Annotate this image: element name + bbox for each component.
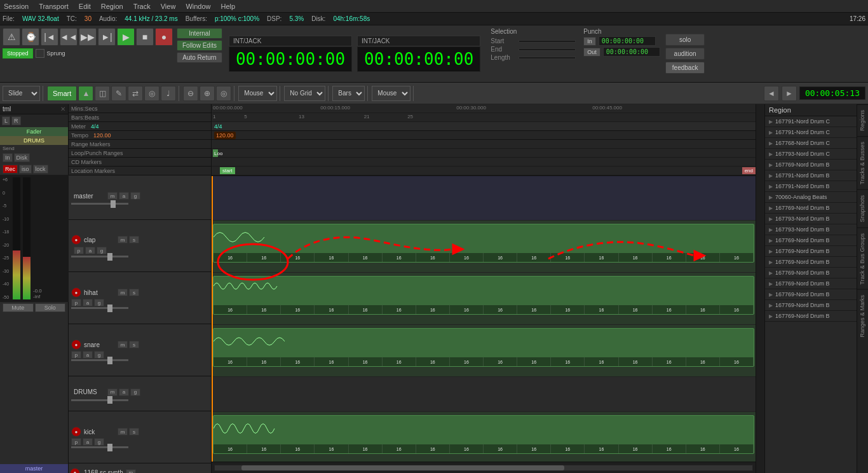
- region-item-0[interactable]: ▶167791-Nord Drum C: [765, 116, 857, 127]
- punch-out-value[interactable]: 00:00:00:00: [603, 47, 660, 57]
- sync-follow-edits[interactable]: Follow Edits: [177, 40, 222, 51]
- sync-internal[interactable]: Internal: [177, 28, 222, 39]
- region-item-14[interactable]: ▶167769-Nord Drum B: [765, 268, 857, 278]
- range-tool[interactable]: ◫: [95, 86, 110, 101]
- solo-btn[interactable]: solo: [665, 34, 705, 46]
- drums-g-btn[interactable]: g: [130, 388, 140, 396]
- kick-rec-btn[interactable]: ●: [71, 427, 81, 437]
- iso-btn[interactable]: iso: [19, 165, 32, 174]
- snare-clip[interactable]: 16 16 16 16 16 16 16 16 16 16 16 16: [213, 328, 754, 367]
- h-scrollbar[interactable]: [214, 465, 753, 471]
- master-label[interactable]: master: [0, 464, 68, 473]
- feedback-btn[interactable]: feedback: [665, 62, 705, 74]
- left-btn[interactable]: L: [2, 116, 10, 125]
- loop-indicator[interactable]: [36, 49, 44, 58]
- grid-select[interactable]: No Grid: [284, 86, 325, 101]
- right-tab-1[interactable]: Tracks & Busses: [857, 136, 868, 189]
- snare-s-btn[interactable]: s: [129, 341, 139, 348]
- clap-fader[interactable]: [71, 256, 128, 257]
- clap-clip-row[interactable]: 16 16 16 16 16 16 16 16 16 16 16 16: [212, 221, 756, 273]
- kick-clip[interactable]: 16 16 16 16 16 16 16 16 16 16 16 16: [213, 415, 754, 454]
- punch-in-value[interactable]: 00:00:00:00: [599, 36, 656, 46]
- drums-a-btn[interactable]: a: [119, 388, 129, 396]
- menu-session[interactable]: Session: [4, 3, 29, 10]
- pointer-tool[interactable]: ▲: [78, 86, 93, 101]
- master-clip-row[interactable]: [212, 176, 756, 221]
- right-tab-4[interactable]: Ranges & Marks: [857, 289, 868, 343]
- in-btn[interactable]: In: [3, 153, 13, 162]
- sel-start-value[interactable]: [519, 40, 576, 43]
- region-item-13[interactable]: ▶167769-Nord Drum B: [765, 257, 857, 268]
- region-item-12[interactable]: ▶167769-Nord Drum B: [765, 246, 857, 257]
- mixer-close-btn[interactable]: ✕: [60, 106, 65, 113]
- snare-m-btn[interactable]: m: [118, 341, 128, 348]
- kick-clip-row[interactable]: 16 16 16 16 16 16 16 16 16 16 16 16: [212, 412, 756, 462]
- region-item-2[interactable]: ▶167768-Nord Drum C: [765, 138, 857, 149]
- kick-s-btn[interactable]: s: [129, 428, 139, 435]
- right-tab-0[interactable]: Regions: [857, 104, 868, 136]
- right-btn[interactable]: R: [11, 116, 21, 125]
- drums-bus-clip-row[interactable]: [212, 377, 756, 412]
- sel-length-value[interactable]: [519, 57, 576, 59]
- next-btn[interactable]: ►: [782, 86, 797, 101]
- region-item-1[interactable]: ▶167791-Nord Drum C: [765, 127, 857, 138]
- hihat-clip-row[interactable]: 16 16 16 16 16 16 16 16 16 16 16 16: [212, 273, 756, 325]
- edit-mode-select[interactable]: Slide Ripple Lock: [3, 86, 40, 101]
- mouse-mode2-select[interactable]: Mouse: [372, 86, 410, 101]
- lock-btn[interactable]: lock: [33, 165, 48, 174]
- stretch-tool[interactable]: ⇄: [128, 86, 143, 101]
- disk-btn[interactable]: Disk: [14, 153, 31, 162]
- snare-fader[interactable]: [71, 359, 128, 361]
- menu-view[interactable]: View: [161, 3, 176, 10]
- hihat-m-btn[interactable]: m: [118, 289, 128, 296]
- rec-btn[interactable]: Rec: [3, 165, 18, 174]
- region-item-8[interactable]: ▶167769-Nord Drum B: [765, 203, 857, 214]
- region-item-11[interactable]: ▶167769-Nord Drum B: [765, 235, 857, 246]
- hihat-s-btn[interactable]: s: [129, 289, 139, 296]
- menu-edit[interactable]: Edit: [79, 3, 91, 10]
- region-item-3[interactable]: ▶167793-Nord Drum C: [765, 149, 857, 160]
- region-item-7[interactable]: ▶70060-Analog Beats: [765, 192, 857, 203]
- v-scrollbar[interactable]: [756, 104, 764, 473]
- master-g-btn[interactable]: g: [130, 192, 140, 200]
- secondary-clock[interactable]: 00:00:00:00: [357, 46, 480, 72]
- synth-m-btn[interactable]: m: [126, 469, 136, 474]
- master-a-btn[interactable]: a: [119, 192, 129, 200]
- menu-track[interactable]: Track: [133, 3, 151, 10]
- timecode-btn[interactable]: ⌚: [22, 28, 39, 46]
- smart-btn[interactable]: Smart: [47, 86, 77, 101]
- primary-clock[interactable]: 00:00:00:00: [229, 46, 352, 72]
- prev-btn[interactable]: ◄: [764, 86, 779, 101]
- record-btn[interactable]: ●: [155, 28, 173, 46]
- menu-region[interactable]: Region: [101, 3, 123, 10]
- drums-fader[interactable]: [71, 399, 128, 401]
- punch-out-btn[interactable]: Out: [583, 48, 600, 57]
- forward-to-end[interactable]: ►|: [98, 28, 116, 46]
- fader-label[interactable]: Fader: [0, 127, 68, 136]
- start-marker[interactable]: start: [220, 167, 235, 174]
- snare-rec-btn[interactable]: ●: [71, 339, 81, 350]
- listen-tool[interactable]: ◎: [144, 86, 159, 101]
- region-item-9[interactable]: ▶167793-Nord Drum B: [765, 214, 857, 224]
- hihat-fader[interactable]: [71, 307, 128, 309]
- region-item-18[interactable]: ▶167769-Nord Drum B: [765, 311, 857, 322]
- mouse-mode-select[interactable]: Mouse: [238, 86, 277, 101]
- region-item-15[interactable]: ▶167769-Nord Drum B: [765, 278, 857, 289]
- region-item-5[interactable]: ▶167791-Nord Drum B: [765, 170, 857, 181]
- clap-m-btn[interactable]: m: [118, 236, 128, 243]
- right-tab-2[interactable]: Snapshots: [857, 189, 868, 228]
- kick-m-btn[interactable]: m: [118, 428, 128, 435]
- mute-btn[interactable]: Mute: [3, 303, 34, 312]
- forward[interactable]: ▶▶: [79, 28, 97, 46]
- punch-in-btn[interactable]: In: [583, 37, 596, 46]
- master-fader[interactable]: [71, 203, 128, 205]
- region-item-16[interactable]: ▶167769-Nord Drum B: [765, 289, 857, 300]
- drums-label[interactable]: DRUMS: [0, 136, 68, 145]
- master-m-btn[interactable]: m: [107, 192, 118, 200]
- region-item-10[interactable]: ▶167793-Nord Drum B: [765, 224, 857, 235]
- timefx-tool[interactable]: ♩: [161, 86, 176, 101]
- drums-m-btn[interactable]: m: [107, 388, 118, 396]
- hihat-clip[interactable]: 16 16 16 16 16 16 16 16 16 16 16 16: [213, 276, 754, 315]
- menu-window[interactable]: Window: [186, 3, 210, 10]
- snare-clip-row[interactable]: 16 16 16 16 16 16 16 16 16 16 16 16: [212, 325, 756, 377]
